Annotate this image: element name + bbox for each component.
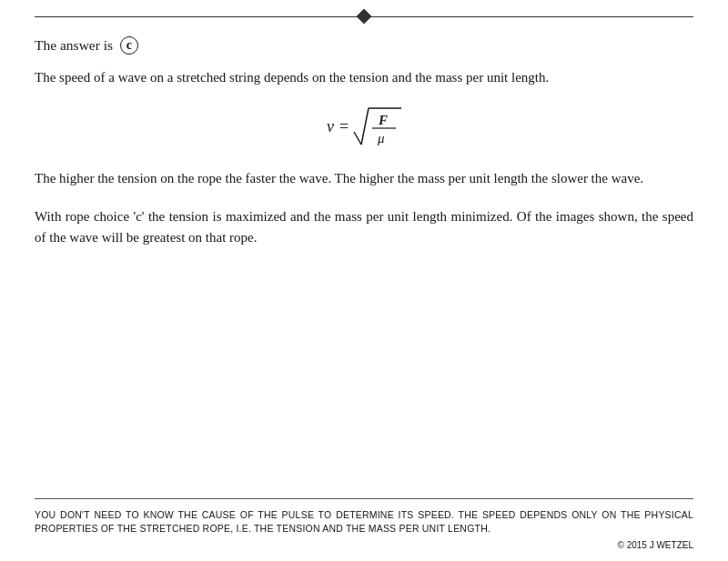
page-container: The answer is c The speed of a wave on a… bbox=[0, 0, 728, 561]
formula-equals: = bbox=[339, 117, 349, 136]
main-content: The answer is c The speed of a wave on a… bbox=[35, 36, 693, 248]
svg-line-1 bbox=[361, 108, 369, 145]
answer-letter: c bbox=[120, 36, 138, 55]
svg-text:F: F bbox=[378, 113, 388, 127]
top-divider bbox=[35, 0, 693, 22]
diamond-icon bbox=[357, 9, 372, 25]
svg-line-0 bbox=[354, 132, 361, 145]
formula: v = F μ bbox=[327, 105, 401, 148]
footer-note: YOU DON'T NEED TO KNOW THE CAUSE OF THE … bbox=[35, 508, 693, 537]
bottom-divider bbox=[35, 498, 693, 499]
formula-container: v = F μ bbox=[35, 105, 693, 148]
paragraph-3: With rope choice 'c' the tension is maxi… bbox=[35, 206, 693, 249]
copyright: © 2015 J WETZEL bbox=[35, 540, 693, 550]
answer-line: The answer is c bbox=[35, 36, 693, 55]
divider-line-right bbox=[369, 16, 693, 17]
divider-line-left bbox=[35, 16, 359, 17]
sqrt-svg: F μ bbox=[354, 105, 401, 148]
paragraph-2: The higher the tension on the rope the f… bbox=[35, 168, 693, 189]
paragraph-1: The speed of a wave on a stretched strin… bbox=[35, 67, 693, 88]
answer-prefix: The answer is bbox=[35, 37, 113, 54]
formula-lhs: v bbox=[327, 117, 334, 136]
svg-text:μ: μ bbox=[377, 131, 385, 145]
bottom-section: YOU DON'T NEED TO KNOW THE CAUSE OF THE … bbox=[0, 498, 728, 562]
